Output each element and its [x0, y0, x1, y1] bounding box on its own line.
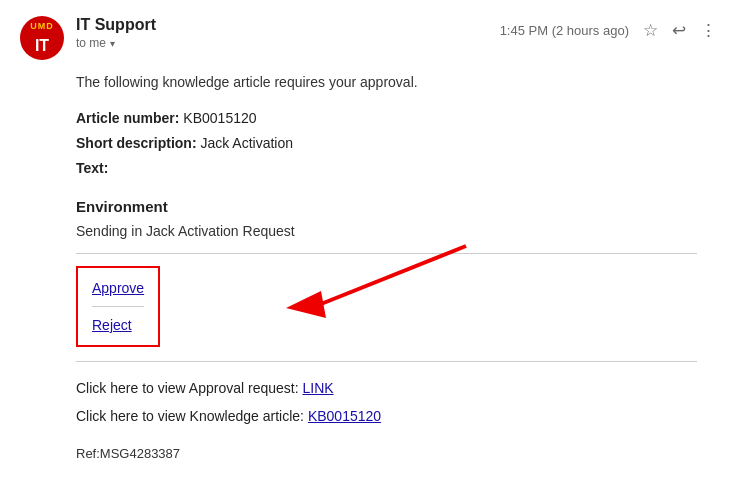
- ref-text: Ref:MSG4283387: [76, 446, 697, 461]
- env-text: Sending in Jack Activation Request: [76, 223, 697, 239]
- arrow-annotation: [256, 236, 476, 329]
- star-icon[interactable]: ☆: [643, 20, 658, 41]
- more-icon[interactable]: ⋮: [700, 20, 717, 41]
- timestamp: 1:45 PM (2 hours ago): [500, 23, 629, 38]
- approval-request-row: Click here to view Approval request: LIN…: [76, 374, 697, 402]
- email-container: UMD IT IT Support to me ▾ 1:45 PM (2 hou…: [0, 0, 737, 477]
- svg-line-0: [316, 246, 466, 306]
- avatar-umd-text: UMD: [30, 21, 54, 31]
- link1-prefix: Click here to view Approval request:: [76, 380, 302, 396]
- short-desc-row: Short description: Jack Activation: [76, 131, 697, 156]
- short-desc-label: Short description:: [76, 135, 197, 151]
- sender-info: IT Support to me ▾: [76, 16, 500, 50]
- email-header: UMD IT IT Support to me ▾ 1:45 PM (2 hou…: [20, 16, 717, 60]
- reply-icon[interactable]: ↩: [672, 20, 686, 41]
- divider-bottom: [76, 361, 697, 362]
- divider-top: [76, 253, 697, 254]
- email-body: The following knowledge article requires…: [20, 74, 717, 461]
- intro-text: The following knowledge article requires…: [76, 74, 697, 90]
- recipient-label: to me: [76, 36, 106, 50]
- links-section: Click here to view Approval request: LIN…: [76, 374, 697, 430]
- svg-marker-1: [286, 291, 326, 318]
- divider-approve-reject: [92, 306, 144, 307]
- recipient-row: to me ▾: [76, 36, 500, 50]
- chevron-down-icon[interactable]: ▾: [110, 38, 115, 49]
- text-label: Text:: [76, 160, 108, 176]
- avatar-it-text: IT: [35, 37, 49, 55]
- knowledge-article-row: Click here to view Knowledge article: KB…: [76, 402, 697, 430]
- reject-link[interactable]: Reject: [92, 311, 144, 339]
- header-right: 1:45 PM (2 hours ago) ☆ ↩ ⋮: [500, 16, 717, 41]
- approval-request-link[interactable]: LINK: [302, 380, 333, 396]
- article-number-label: Article number:: [76, 110, 179, 126]
- link2-prefix: Click here to view Knowledge article:: [76, 408, 308, 424]
- approve-link[interactable]: Approve: [92, 274, 144, 302]
- short-desc-value: Jack Activation: [200, 135, 293, 151]
- sender-name: IT Support: [76, 16, 500, 34]
- details-section: Article number: KB0015120 Short descript…: [76, 106, 697, 182]
- environment-heading: Environment: [76, 198, 697, 215]
- approval-section: Approve Reject: [76, 266, 697, 347]
- knowledge-article-link[interactable]: KB0015120: [308, 408, 381, 424]
- article-number-value: KB0015120: [183, 110, 256, 126]
- avatar: UMD IT: [20, 16, 64, 60]
- arrow-svg: [256, 236, 476, 326]
- text-row: Text:: [76, 156, 697, 181]
- article-number-row: Article number: KB0015120: [76, 106, 697, 131]
- approval-box: Approve Reject: [76, 266, 160, 347]
